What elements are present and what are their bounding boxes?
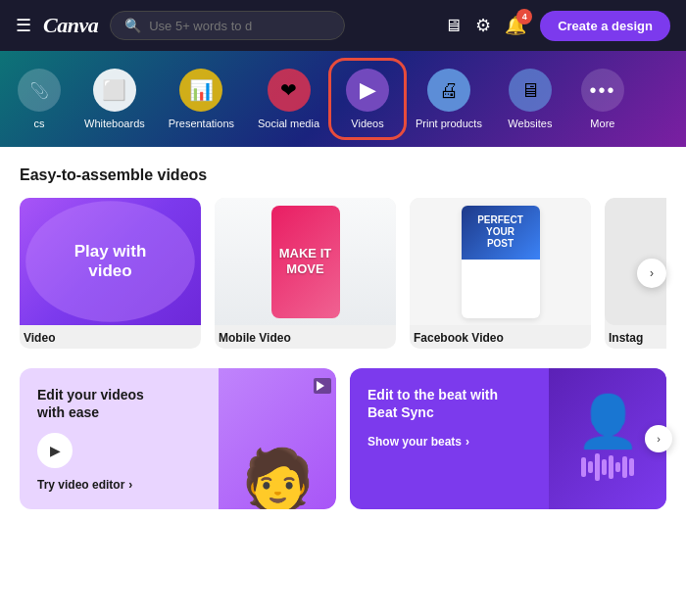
chevron-right-icon: › [128, 478, 132, 492]
template-card-facebook-video[interactable]: PERFECTYOURPOST Facebook Video [410, 198, 591, 349]
videos-icon: ▶ [346, 69, 389, 112]
chevron-right-icon-dark: › [466, 435, 469, 449]
template-card-video[interactable]: Play withvideo Video [20, 198, 201, 349]
template-card-mobile-video[interactable]: MAKE ITMOVE Mobile Video [215, 198, 396, 349]
nav-item-cs[interactable]: 📎 cs [8, 63, 71, 135]
video-card-label: Video [20, 331, 201, 349]
print-products-icon: 🖨 [427, 69, 470, 112]
main-content: Easy-to-assemble videos Play withvideo V… [0, 147, 686, 616]
whiteboards-icon: ⬜ [93, 69, 136, 112]
nav-label-websites: Websites [508, 118, 552, 129]
header: ☰ Canva 🔍 🖥 ⚙ 🔔 4 Create a design [0, 0, 686, 51]
waveform-bars [573, 452, 642, 482]
cs-icon: 📎 [18, 69, 61, 112]
settings-icon[interactable]: ⚙ [475, 15, 491, 36]
more-icon: ••• [581, 69, 624, 112]
promo-card-beat-sync[interactable]: Edit to the beat with Beat Sync Show you… [350, 368, 666, 509]
facebook-phone-mockup: PERFECTYOURPOST [462, 206, 540, 318]
search-bar[interactable]: 🔍 [110, 11, 345, 40]
websites-icon: 🖥 [509, 69, 552, 112]
video-card-text: Play withvideo [74, 242, 147, 282]
template-cards-wrapper: Play withvideo Video MAKE ITMOVE Mobile … [20, 198, 666, 349]
notifications-icon[interactable]: 🔔 4 [505, 15, 526, 36]
promo-cards-row: Edit your videos with ease ▶ Try video e… [20, 368, 666, 509]
nav-bar: 📎 cs ⬜ Whiteboards 📊 Presentations ❤ Soc… [0, 51, 686, 147]
mobile-video-inner: MAKE ITMOVE [271, 206, 340, 318]
promo-title-beat-sync: Edit to the beat with Beat Sync [368, 386, 505, 421]
promo-thumb-light: 🧑 [219, 368, 336, 509]
mobile-video-card-label: Mobile Video [215, 331, 396, 349]
presentations-icon: 📊 [179, 69, 222, 112]
header-icons: 🖥 ⚙ 🔔 4 Create a design [444, 11, 670, 41]
nav-item-social-media[interactable]: ❤ Social media [248, 63, 329, 135]
facebook-video-card-image: PERFECTYOURPOST [410, 198, 591, 325]
person-icon: 🧑 [241, 450, 315, 509]
cursor-icon [314, 378, 331, 394]
monitor-icon[interactable]: 🖥 [444, 16, 462, 36]
cards-next-arrow[interactable]: › [637, 259, 666, 288]
facebook-video-card-label: Facebook Video [410, 331, 591, 349]
promo-card-edit-videos[interactable]: Edit your videos with ease ▶ Try video e… [20, 368, 336, 509]
fb-phone-body [497, 260, 505, 267]
nav-item-more[interactable]: ••• More [568, 63, 637, 135]
nav-label-more: More [590, 118, 614, 129]
nav-label-whiteboards: Whiteboards [84, 118, 145, 129]
promo-thumb-light-bg: 🧑 [219, 368, 336, 509]
canva-logo: Canva [43, 13, 98, 38]
nav-item-websites[interactable]: 🖥 Websites [496, 63, 564, 135]
nav-item-print-products[interactable]: 🖨 Print products [406, 63, 492, 135]
hamburger-icon[interactable]: ☰ [16, 15, 31, 36]
create-design-button[interactable]: Create a design [540, 11, 670, 41]
nav-label-social-media: Social media [258, 118, 319, 129]
fb-phone-top: PERFECTYOURPOST [462, 206, 540, 260]
nav-item-videos[interactable]: ▶ Videos [333, 63, 402, 135]
nav-item-whiteboards[interactable]: ⬜ Whiteboards [74, 63, 155, 135]
nav-label-presentations: Presentations [169, 118, 234, 129]
instagram-card-label: Instag [605, 331, 666, 349]
promo-title-edit-videos: Edit your videos with ease [37, 386, 174, 421]
video-card-image: Play withvideo [20, 198, 201, 325]
play-button[interactable]: ▶ [37, 433, 73, 468]
nav-label-print-products: Print products [416, 118, 482, 129]
search-icon: 🔍 [124, 18, 141, 33]
section-title-videos: Easy-to-assemble videos [20, 166, 666, 184]
social-media-icon: ❤ [268, 69, 311, 112]
nav-label-cs: cs [34, 118, 45, 129]
nav-label-videos: Videos [351, 118, 383, 129]
template-cards-row: Play withvideo Video MAKE ITMOVE Mobile … [20, 198, 666, 349]
mobile-video-card-image: MAKE ITMOVE [215, 198, 396, 325]
notification-badge: 4 [516, 9, 532, 24]
search-input[interactable] [149, 19, 330, 33]
person-silhouette-dark: 👤 [576, 396, 640, 447]
promo-next-arrow[interactable]: › [645, 425, 672, 452]
nav-item-presentations[interactable]: 📊 Presentations [159, 63, 244, 135]
